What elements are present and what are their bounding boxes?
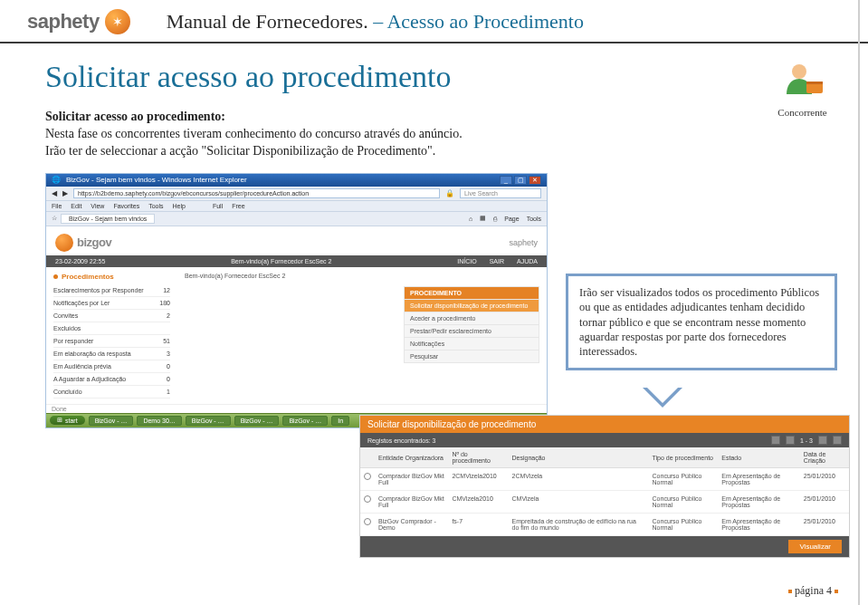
proc-item-notificacoes[interactable]: Notificações: [405, 337, 539, 350]
cell-estado: Em Apresentação de Propostas: [718, 514, 800, 536]
print-icon[interactable]: ⎙: [493, 216, 497, 222]
home-icon[interactable]: ⌂: [469, 216, 472, 222]
callout-arrow-icon: [643, 388, 682, 408]
sidebar-dot-icon: [53, 274, 58, 279]
cell-estado: Em Apresentação de Propostas: [718, 491, 800, 514]
toolbar-page[interactable]: Page: [504, 216, 519, 222]
minimize-icon[interactable]: _: [500, 176, 512, 185]
visualizar-button[interactable]: Visualizar: [788, 540, 842, 553]
app-topbar: 23-02-2009 22:55 Bem-vindo(a) Fornecedor…: [46, 255, 547, 267]
main-welcome: Bem-vindo(a) Fornecedor EscSec 2: [185, 273, 539, 279]
topbar-date: 23-02-2009 22:55: [55, 258, 105, 264]
table-row[interactable]: Comprador BizGov Mkt Full 2CMVizela2010 …: [360, 468, 849, 491]
intro-text: Solicitar acesso ao procedimento: Nesta …: [45, 109, 480, 160]
topbar-welcome: Bem-vindo(a) Fornecedor EscSec 2: [231, 258, 331, 264]
pager-first-icon[interactable]: [771, 436, 780, 445]
pager-last-icon[interactable]: [833, 436, 842, 445]
sidebar-item[interactable]: Concluído1: [53, 386, 170, 399]
table-row[interactable]: BizGov Comprador - Demo fs-7 Empreitada …: [360, 514, 849, 536]
results-table-panel: Solicitar disponibilização de procedimen…: [359, 415, 850, 558]
pager-prev-icon[interactable]: [786, 436, 795, 445]
table-row[interactable]: Comprador BizGov Mkt Full CMVizela2010 C…: [360, 491, 849, 514]
sidebar-item[interactable]: Esclarecimentos por Responder12: [53, 284, 170, 297]
address-bar[interactable]: https://b2bdemo.saphety.com/bizgov/ebcon…: [73, 188, 440, 198]
menu-favorites[interactable]: Favorites: [113, 203, 139, 209]
results-table: Entidade Organizadora Nº do procedimento…: [360, 447, 849, 536]
cell-num: fs-7: [448, 514, 508, 536]
sidebar-item-label: Notificações por Ler: [53, 300, 110, 306]
forward-icon[interactable]: ▶: [62, 189, 68, 197]
task-item[interactable]: In: [331, 416, 349, 426]
menu-edit[interactable]: Edit: [71, 203, 81, 209]
cell-org: Comprador BizGov Mkt Full: [375, 468, 448, 491]
task-item[interactable]: BizGov - …: [186, 416, 231, 426]
app-sidebar: Procedimentos Esclarecimentos por Respon…: [46, 267, 177, 404]
sidebar-item-count: 0: [167, 363, 170, 370]
task-item[interactable]: Demo 30…: [137, 416, 181, 426]
sidebar-item[interactable]: Convites2: [53, 310, 170, 322]
pager-range: 1 - 3: [800, 437, 813, 444]
sidebar-item[interactable]: Notificações por Ler180: [53, 297, 170, 310]
browser-tab[interactable]: BizGov - Sejam bem vindos: [61, 214, 155, 224]
radio-icon[interactable]: [364, 473, 371, 480]
col-numero: Nº do procedimento: [448, 447, 508, 468]
task-item[interactable]: BizGov - …: [282, 416, 328, 426]
radio-icon[interactable]: [364, 495, 371, 503]
page-number-text: página 4: [795, 584, 832, 597]
sidebar-item[interactable]: Em elaboração da resposta3: [53, 348, 170, 360]
menu-free[interactable]: Free: [232, 203, 244, 209]
task-item[interactable]: BizGov - …: [89, 416, 134, 426]
proc-item-pesquisar[interactable]: Pesquisar: [405, 350, 539, 362]
svg-rect-2: [806, 82, 823, 84]
toolbar-tools[interactable]: Tools: [527, 216, 541, 222]
bizgov-logo: bizgov: [55, 234, 111, 252]
radio-icon[interactable]: [364, 518, 371, 525]
menu-file[interactable]: File: [52, 203, 62, 209]
back-icon[interactable]: ◀: [52, 189, 57, 197]
task-item[interactable]: BizGov - …: [234, 416, 280, 426]
sidebar-item-label: Por responder: [53, 338, 93, 344]
topbar-ajuda[interactable]: AJUDA: [517, 258, 538, 264]
feed-icon[interactable]: ▦: [480, 215, 486, 222]
browser-search[interactable]: Live Search: [460, 188, 541, 198]
col-radio: [360, 447, 375, 468]
close-icon[interactable]: ✕: [529, 176, 541, 185]
sidebar-item-count: 51: [163, 338, 170, 344]
cell-tipo: Concurso Público Normal: [649, 514, 719, 536]
bullet-icon: [788, 590, 792, 593]
menu-view[interactable]: View: [91, 203, 104, 209]
proc-item-prestar[interactable]: Prestar/Pedir esclarecimento: [405, 324, 539, 337]
menu-tools[interactable]: Tools: [148, 203, 163, 209]
proc-item-solicitar[interactable]: Solicitar disponibilização de procedimen…: [405, 299, 539, 312]
sidebar-item-count: 12: [163, 287, 170, 293]
sidebar-item[interactable]: Excluídos: [53, 322, 170, 335]
maximize-icon[interactable]: ▢: [514, 176, 527, 185]
cell-data: 25/01/2010: [800, 491, 849, 514]
start-button[interactable]: ⊞ start: [50, 416, 85, 425]
topbar-inicio[interactable]: INÍCIO: [457, 258, 476, 264]
browser-title: BizGov - Sejam bem vindos - Windows Inte…: [66, 176, 247, 184]
bizgov-icon: [55, 234, 73, 252]
sidebar-item-label: A Aguardar a Adjudicação: [53, 376, 126, 382]
cell-org: BizGov Comprador - Demo: [375, 514, 448, 536]
sidebar-item-label: Excluídos: [53, 325, 81, 331]
favorites-icon[interactable]: ☆: [52, 215, 57, 222]
col-estado: Estado: [718, 447, 800, 468]
records-count: Registos encontrados: 3: [367, 437, 436, 444]
topbar-sair[interactable]: SAIR: [490, 258, 504, 264]
page-title: Solicitar acesso ao procedimento: [45, 60, 737, 94]
svg-point-0: [792, 64, 806, 79]
cell-tipo: Concurso Público Normal: [649, 491, 719, 514]
menu-help[interactable]: Help: [173, 203, 186, 209]
sidebar-item[interactable]: A Aguardar a Adjudicação0: [53, 373, 170, 386]
pager-next-icon[interactable]: [818, 436, 827, 445]
menu-full[interactable]: Full: [213, 203, 223, 209]
sidebar-item-label: Esclarecimentos por Responder: [53, 287, 144, 293]
sidebar-item[interactable]: Por responder51: [53, 335, 170, 348]
page-number: página 4: [786, 584, 841, 598]
proc-item-aceder[interactable]: Aceder a procedimento: [405, 312, 539, 324]
intro-line: Nesta fase os concorrentes tiveram conhe…: [45, 127, 463, 158]
sidebar-item[interactable]: Em Audiência prévia0: [53, 360, 170, 373]
windows-icon: ⊞: [57, 417, 62, 424]
logo: saphety ✶: [27, 9, 130, 34]
